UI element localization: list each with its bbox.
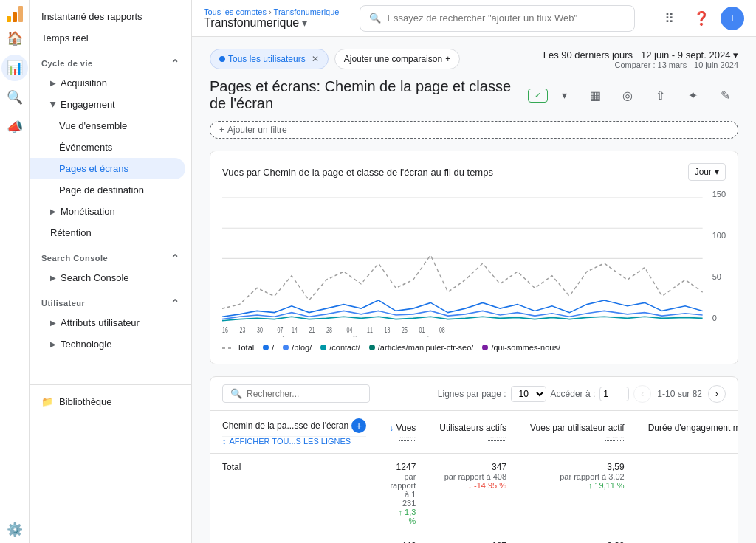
- chart-container: 16 23 30 07 14 21 28 04 11 18 25 01 08 j…: [222, 190, 726, 337]
- total-vues-value: 1247: [390, 462, 416, 472]
- arrow-icon: ▶: [50, 274, 56, 282]
- filter-chip-all-users[interactable]: Tous les utilisateurs ✕: [210, 49, 329, 69]
- prev-page-button[interactable]: ‹: [633, 385, 651, 403]
- total-engagement-change: ↑ 3: [648, 481, 738, 490]
- total-vues: 1247 par rapport à 1 231 ↑ 1,3 %: [378, 454, 427, 533]
- legend-contact[interactable]: /contact/: [320, 343, 360, 352]
- account-name: Transfonumerique: [204, 16, 299, 30]
- avatar[interactable]: T: [721, 7, 744, 30]
- share-icon[interactable]: ⇧: [647, 82, 673, 108]
- reports-icon[interactable]: 📊: [1, 55, 28, 81]
- total-label: Total: [210, 454, 378, 533]
- search-icon: 🔍: [369, 13, 381, 24]
- total-utilisateurs: 347 par rapport à 408 ↓ -14,95 %: [427, 454, 518, 533]
- plus-icon: +: [219, 125, 224, 135]
- legend-dot-articles: [369, 345, 375, 350]
- sidebar-item-evenements[interactable]: Événements: [30, 136, 185, 158]
- chart-type-icon[interactable]: ◎: [614, 82, 641, 108]
- explore-icon[interactable]: 🔍: [1, 84, 28, 111]
- y-axis-labels: 150 100 50 0: [712, 190, 726, 337]
- show-all-button[interactable]: ↕ AFFICHER TOU...S LES LIGNES: [222, 436, 366, 446]
- plus-icon: +: [445, 54, 450, 64]
- page-title: Pages et écrans: Chemin de la page et cl…: [210, 78, 522, 112]
- sidebar-item-technologie[interactable]: ▶ Technologie: [30, 333, 185, 355]
- add-comparison-label: Ajouter une comparaison: [344, 54, 442, 64]
- add-filter-button[interactable]: + Ajouter un filtre: [210, 121, 738, 139]
- sidebar-item-retention-label: Rétention: [50, 227, 92, 238]
- sidebar-item-library-label: Bibliothèque: [59, 396, 112, 407]
- sidebar-item-monetisation[interactable]: ▶ Monétisation: [30, 201, 185, 222]
- breadcrumb-accounts[interactable]: Tous les comptes: [204, 7, 267, 16]
- col-dimension-label: Chemin de la pa...sse de l'écran: [222, 421, 348, 431]
- sidebar-item-pages-ecrans[interactable]: Pages et écrans: [30, 158, 185, 179]
- row1-vues: 446: [378, 533, 427, 544]
- legend-qui[interactable]: /qui-sommes-nous/: [482, 343, 560, 352]
- total-vues-user-change: ↑ 19,11 %: [530, 481, 625, 490]
- app-logo[interactable]: [7, 6, 23, 22]
- col-vues[interactable]: ↓ Vues ········: [378, 411, 427, 454]
- arrow-icon: ▶: [49, 102, 58, 108]
- page-status-badge[interactable]: ✓: [528, 89, 548, 103]
- account-title[interactable]: Transfonumerique ▾: [204, 16, 339, 30]
- total-utilisateurs-compare: par rapport à 408: [439, 472, 506, 481]
- sidebar-item-vue-ensemble[interactable]: Vue d'ensemble: [30, 115, 185, 136]
- svg-text:25: 25: [402, 326, 408, 335]
- total-vues-user-compare: par rapport à 3,02: [530, 472, 625, 481]
- settings-icon[interactable]: ⚙️: [1, 516, 28, 543]
- rows-per-page-select[interactable]: 10 25 50: [511, 386, 546, 402]
- svg-text:01: 01: [419, 326, 425, 335]
- col-engagement[interactable]: Durée d'engagement moyen utilisat ······…: [636, 411, 738, 454]
- row1-utilisateurs: 187: [427, 533, 518, 544]
- sort-icon: ↓: [390, 424, 394, 432]
- search-input[interactable]: [387, 13, 625, 24]
- table-search-input[interactable]: [247, 389, 362, 399]
- sidebar-item-attributs[interactable]: ▶ Attributs utilisateur: [30, 312, 185, 333]
- legend-blog[interactable]: /blog/: [283, 343, 312, 352]
- legend-articles[interactable]: /articles/manipuler-ctr-seo/: [369, 343, 474, 352]
- goto-input[interactable]: [599, 387, 629, 401]
- main-area: Tous les comptes › Transfonumerique Tran…: [192, 0, 756, 543]
- top-bar: Tous les comptes › Transfonumerique Tran…: [192, 0, 756, 37]
- col-dimension[interactable]: Chemin de la pa...sse de l'écran + ↕ AFF…: [210, 411, 378, 454]
- sidebar-item-acquisition[interactable]: ▶ Acquisition: [30, 72, 185, 94]
- table-view-icon[interactable]: ▦: [582, 82, 608, 108]
- close-icon[interactable]: ✕: [312, 54, 319, 64]
- col-vues-user-label: Vues par utilisateur actif: [530, 423, 625, 433]
- search-bar[interactable]: 🔍: [360, 5, 635, 32]
- sidebar-item-realtime[interactable]: Temps réel: [30, 27, 185, 49]
- total-utilisateurs-value: 347: [439, 462, 506, 472]
- sidebar-item-rapports[interactable]: Instantané des rapports: [30, 6, 185, 27]
- chart-title: Vues par Chemin de la page et classe de …: [222, 167, 493, 178]
- table-header-row: Chemin de la pa...sse de l'écran + ↕ AFF…: [210, 411, 738, 454]
- breadcrumb-property[interactable]: Transfonumerique: [274, 7, 340, 16]
- y-label-100: 100: [712, 231, 726, 240]
- add-comparison-chip[interactable]: Ajouter une comparaison +: [334, 49, 460, 69]
- col-vues-user[interactable]: Vues par utilisateur actif ·········: [518, 411, 636, 454]
- date-range-value: 12 juin - 9 sept. 2024: [641, 49, 730, 60]
- chevron-down-icon: ▾: [715, 167, 719, 177]
- insights-icon[interactable]: ✦: [679, 82, 706, 108]
- legend-label-articles: /articles/manipuler-ctr-seo/: [378, 343, 474, 352]
- sidebar-item-page-destination[interactable]: Page de destination: [30, 179, 185, 201]
- sidebar-item-library[interactable]: 📁 Bibliothèque: [30, 391, 185, 412]
- legend-root[interactable]: /: [263, 343, 274, 352]
- home-icon[interactable]: 🏠: [1, 25, 28, 52]
- table-search[interactable]: 🔍: [222, 384, 370, 403]
- next-page-button[interactable]: ›: [708, 385, 726, 403]
- edit-icon[interactable]: ✎: [712, 82, 738, 108]
- sidebar-item-search-console[interactable]: ▶ Search Console: [30, 267, 185, 288]
- apps-icon[interactable]: ⠿: [656, 5, 682, 32]
- period-select-label: Jour: [695, 167, 712, 177]
- help-icon[interactable]: ❓: [688, 5, 715, 32]
- advertising-icon[interactable]: 📣: [1, 114, 28, 140]
- dropdown-icon[interactable]: ▾: [554, 82, 576, 108]
- period-select[interactable]: Jour ▾: [688, 163, 726, 181]
- col-utilisateurs[interactable]: Utilisateurs actifs ·········: [427, 411, 518, 454]
- add-dimension-button[interactable]: +: [351, 418, 366, 433]
- row1-engagement: [636, 533, 738, 544]
- row1-dimension[interactable]: 1 / 12 juin - 9 sept. 2024: [210, 533, 378, 544]
- date-range[interactable]: Les 90 derniers jours 12 juin - 9 sept. …: [543, 49, 738, 69]
- sidebar-item-engagement[interactable]: ▶ Engagement: [30, 94, 185, 115]
- legend-total[interactable]: Total: [222, 343, 254, 352]
- sidebar-item-retention[interactable]: Rétention: [30, 222, 185, 243]
